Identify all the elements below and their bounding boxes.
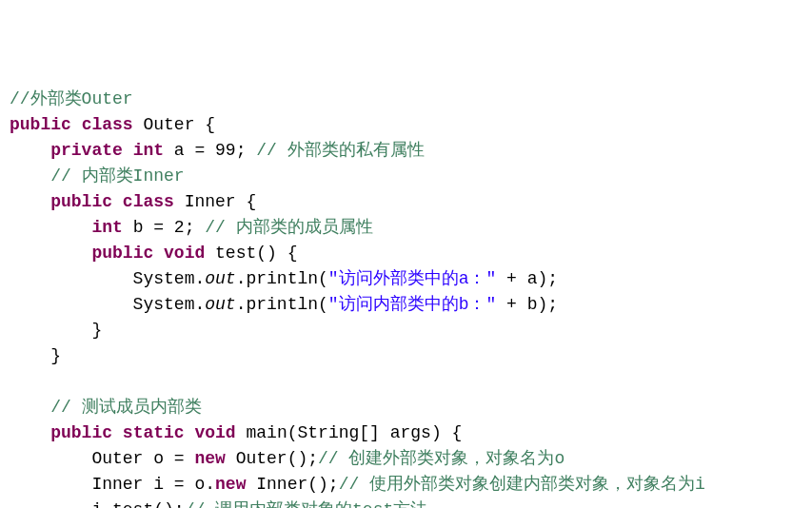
code-block: //外部类Outer public class Outer { private … [10,87,802,508]
